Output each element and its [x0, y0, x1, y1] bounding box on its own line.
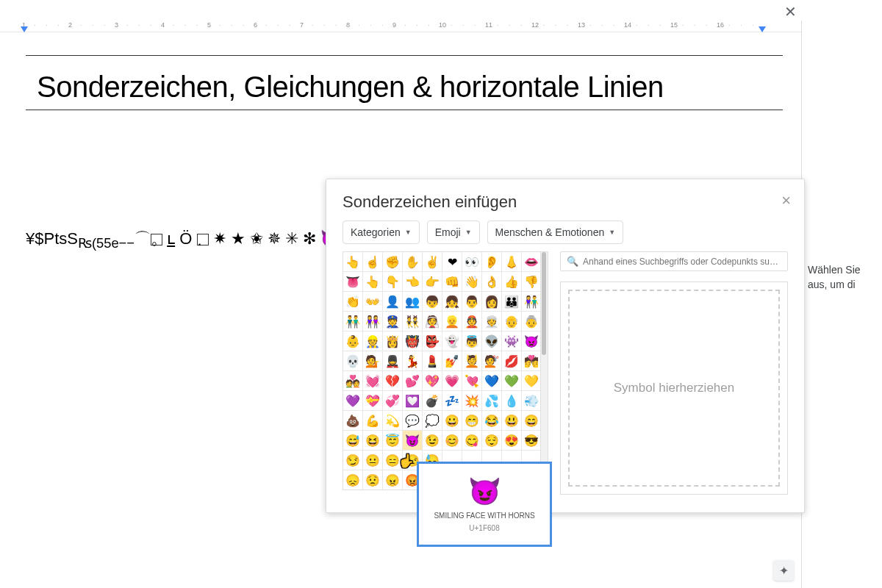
character-cell[interactable]: 👫 [522, 292, 541, 311]
character-cell[interactable]: 👰 [423, 312, 442, 331]
character-cell[interactable]: 💭 [423, 411, 442, 430]
character-cell[interactable]: 👵 [522, 312, 541, 331]
character-cell[interactable]: 💣 [423, 391, 442, 410]
explore-button[interactable]: ✦ [773, 560, 794, 581]
character-cell[interactable]: 👧 [442, 292, 462, 311]
character-cell[interactable]: 👮 [383, 312, 402, 331]
character-cell[interactable]: 👪 [502, 292, 521, 311]
character-cell[interactable]: 😉 [423, 431, 442, 450]
character-cell[interactable]: ✋ [403, 252, 422, 271]
character-cell[interactable]: 💪 [363, 411, 382, 430]
character-cell[interactable]: 👋 [462, 272, 481, 291]
character-cell[interactable]: 👿 [522, 331, 541, 351]
character-cell[interactable]: 💤 [442, 391, 462, 410]
character-cell[interactable]: 😀 [442, 411, 462, 430]
character-cell[interactable]: 😐 [363, 451, 382, 470]
character-cell[interactable]: 😍 [502, 431, 521, 450]
character-cell[interactable]: 👆 [363, 272, 382, 291]
character-cell[interactable]: 👺 [423, 331, 442, 351]
character-cell[interactable]: 😌 [482, 431, 501, 450]
character-cell[interactable]: 👏 [343, 292, 362, 311]
character-cell[interactable]: ✊ [383, 252, 402, 271]
character-cell[interactable]: 👱 [442, 312, 462, 331]
character-cell[interactable]: 💂 [383, 351, 402, 370]
character-cell[interactable]: 👂 [482, 252, 501, 271]
character-cell[interactable]: 😑 [383, 451, 402, 470]
character-cell[interactable]: 💘 [462, 371, 481, 390]
character-cell[interactable]: 👬 [343, 312, 362, 331]
character-cell[interactable]: 💧 [502, 391, 521, 410]
character-cell[interactable]: 👐 [363, 292, 382, 311]
character-cell[interactable]: 💋 [502, 351, 521, 370]
character-cell[interactable]: 💁 [363, 351, 382, 370]
character-cell[interactable]: 😎 [522, 431, 541, 450]
character-cell[interactable]: 💟 [403, 391, 422, 410]
subcategory-dropdown[interactable]: Menschen & Emotionen▼ [487, 220, 624, 244]
character-cell[interactable]: 👸 [383, 331, 402, 351]
character-cell[interactable]: 💓 [363, 371, 382, 390]
character-cell[interactable]: 👀 [462, 252, 481, 271]
character-cell[interactable]: 💇 [482, 351, 501, 370]
character-cell[interactable]: 👴 [502, 312, 521, 331]
character-cell[interactable]: 👎 [522, 272, 541, 291]
script-dropdown[interactable]: Emoji▼ [427, 220, 480, 244]
character-cell[interactable]: 💕 [403, 371, 422, 390]
character-cell[interactable]: 👉 [423, 272, 442, 291]
character-cell[interactable]: 😅 [343, 431, 362, 450]
character-cell[interactable]: 👷 [363, 331, 382, 351]
character-cell[interactable]: 😠 [383, 470, 402, 490]
character-cell[interactable]: 💃 [403, 351, 422, 370]
character-cell[interactable]: 👹 [403, 331, 422, 351]
character-cell[interactable]: 💄 [423, 351, 442, 370]
character-cell[interactable]: 👭 [363, 312, 382, 331]
character-cell[interactable]: 😏 [343, 451, 362, 470]
grid-scrollbar[interactable] [541, 251, 548, 490]
character-cell[interactable]: 💦 [482, 391, 501, 410]
character-cell[interactable]: 👽 [482, 331, 501, 351]
character-cell[interactable]: 👦 [423, 292, 442, 311]
character-cell[interactable]: 💖 [423, 371, 442, 390]
character-cell[interactable]: 😇 [383, 431, 402, 450]
character-cell[interactable]: 💗 [442, 371, 462, 390]
character-cell[interactable]: 👩 [482, 292, 501, 311]
search-field[interactable] [583, 257, 781, 267]
character-cell[interactable]: 👲 [462, 312, 481, 331]
panel-close-icon[interactable]: ✕ [784, 3, 797, 21]
character-cell[interactable]: 😊 [442, 431, 462, 450]
character-cell[interactable]: 👃 [502, 252, 521, 271]
character-cell[interactable]: 💬 [403, 411, 422, 430]
character-cell[interactable]: 👄 [522, 252, 541, 271]
character-cell[interactable]: 👼 [462, 331, 481, 351]
character-cell[interactable]: 👨 [462, 292, 481, 311]
character-cell[interactable]: 👊 [442, 272, 462, 291]
character-cell[interactable]: 💩 [343, 411, 362, 430]
character-cell[interactable]: 😂 [482, 411, 501, 430]
character-cell[interactable]: 😋 [462, 431, 481, 450]
character-cell[interactable]: 😞 [343, 470, 362, 490]
dialog-close-icon[interactable]: × [781, 191, 791, 210]
character-cell[interactable]: 👇 [383, 272, 402, 291]
character-cell[interactable]: 💨 [522, 391, 541, 410]
ruler-indent-right-icon[interactable] [759, 26, 766, 32]
character-cell[interactable]: 😃 [502, 411, 521, 430]
character-cell[interactable]: 💅 [442, 351, 462, 370]
character-cell[interactable]: 💚 [502, 371, 521, 390]
character-cell[interactable]: 👆 [343, 252, 362, 271]
categories-dropdown[interactable]: Kategorien▼ [343, 220, 420, 244]
character-cell[interactable]: 💙 [482, 371, 501, 390]
character-cell[interactable]: 👥 [403, 292, 422, 311]
draw-symbol-area[interactable]: Symbol hierherziehen [560, 282, 788, 495]
character-cell[interactable]: ✌ [423, 252, 442, 271]
character-cell[interactable]: 💥 [462, 391, 481, 410]
character-cell[interactable]: 💀 [343, 351, 362, 370]
character-cell[interactable]: 👶 [343, 331, 362, 351]
character-cell[interactable]: 👤 [383, 292, 402, 311]
character-search-input[interactable]: 🔍 [560, 251, 788, 271]
character-cell[interactable]: 👳 [482, 312, 501, 331]
character-cell[interactable]: 💝 [363, 391, 382, 410]
character-cell[interactable]: 😁 [462, 411, 481, 430]
character-cell[interactable]: ☝ [363, 252, 382, 271]
character-cell[interactable]: 👻 [442, 331, 462, 351]
character-cell[interactable]: 💔 [383, 371, 402, 390]
character-cell[interactable]: ❤ [442, 252, 462, 271]
